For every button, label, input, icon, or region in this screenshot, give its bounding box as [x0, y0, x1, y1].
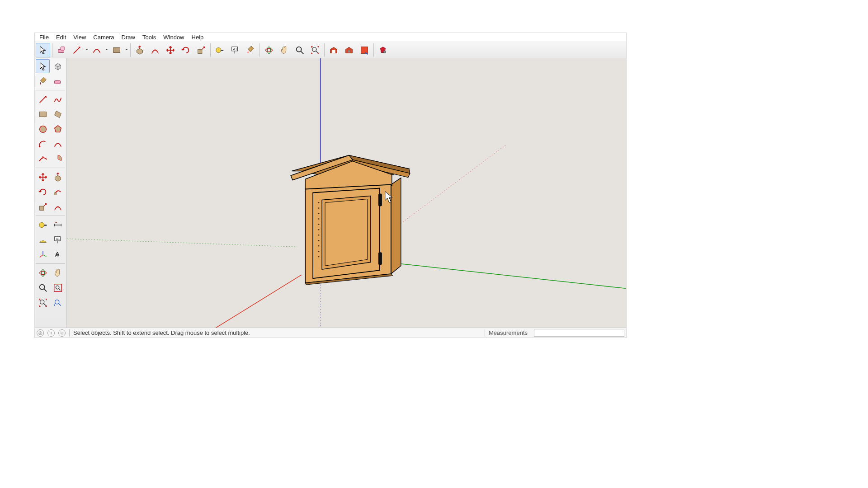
tb-scale[interactable]: [36, 200, 50, 214]
model-cabinet[interactable]: [291, 155, 410, 285]
status-info-icon[interactable]: i: [47, 329, 55, 337]
tool-layout[interactable]: [357, 43, 372, 57]
svg-text:A1: A1: [233, 47, 237, 51]
svg-rect-23: [54, 192, 56, 195]
svg-point-33: [39, 284, 44, 289]
tool-offset[interactable]: [148, 43, 162, 57]
tool-orbit[interactable]: [262, 43, 276, 57]
tb-select[interactable]: [36, 59, 50, 73]
tool-zoom-extents[interactable]: [308, 43, 322, 57]
svg-point-22: [45, 158, 47, 160]
tb-zoom[interactable]: [36, 281, 50, 295]
tb-paint[interactable]: [36, 74, 50, 88]
svg-text:A1: A1: [56, 237, 60, 241]
svg-point-45: [318, 207, 319, 208]
status-user-icon[interactable]: ☺: [58, 329, 66, 337]
status-bar: ◎ i ☺ Select objects. Shift to extend se…: [35, 328, 626, 338]
menu-window[interactable]: Window: [160, 33, 187, 41]
tb-line[interactable]: [36, 92, 50, 106]
tb-make-component[interactable]: [51, 59, 65, 73]
tool-line[interactable]: [70, 43, 84, 57]
tb-freehand[interactable]: [51, 92, 65, 106]
tb-previous[interactable]: [51, 296, 65, 310]
tb-orbit[interactable]: [36, 266, 50, 280]
svg-line-40: [399, 263, 626, 288]
tb-followme[interactable]: [51, 185, 65, 199]
tb-dimension[interactable]: [51, 218, 65, 232]
tb-rotated-rectangle[interactable]: [51, 107, 65, 121]
svg-point-51: [318, 240, 319, 241]
menu-draw[interactable]: Draw: [119, 33, 138, 41]
svg-rect-26: [43, 225, 46, 226]
tool-3d-warehouse[interactable]: [326, 43, 341, 57]
svg-point-11: [312, 47, 316, 51]
tool-select[interactable]: [36, 43, 50, 57]
tb-protractor[interactable]: [36, 233, 50, 247]
tb-move[interactable]: [36, 170, 50, 184]
svg-point-18: [39, 126, 46, 132]
tool-line-dropdown[interactable]: [85, 43, 89, 57]
tb-rectangle[interactable]: [36, 107, 50, 121]
svg-point-37: [55, 300, 59, 304]
tool-text[interactable]: A1: [228, 43, 242, 57]
tool-extension-warehouse[interactable]: [342, 43, 356, 57]
status-geo-icon[interactable]: ◎: [37, 329, 44, 337]
tb-pie[interactable]: [51, 152, 65, 166]
tb-3dtext[interactable]: AA: [51, 248, 65, 262]
tb-circle[interactable]: [36, 122, 50, 136]
tb-zoom-window[interactable]: [51, 281, 65, 295]
svg-point-49: [318, 229, 319, 230]
tb-offset[interactable]: [51, 200, 65, 214]
tb-text[interactable]: A1: [51, 233, 65, 247]
tb-pan[interactable]: [51, 266, 65, 280]
svg-rect-24: [39, 206, 43, 210]
measurements-input[interactable]: [534, 329, 624, 337]
tool-tape[interactable]: [212, 43, 227, 57]
tool-scale[interactable]: [194, 43, 208, 57]
toolbox-left: A1 AA: [35, 58, 66, 328]
tool-zoom[interactable]: [292, 43, 307, 57]
menu-help[interactable]: Help: [189, 33, 207, 41]
tb-zoom-extents[interactable]: [36, 296, 50, 310]
tool-ruby[interactable]: [376, 43, 390, 57]
tool-rect-dropdown[interactable]: [125, 43, 128, 57]
svg-point-25: [39, 222, 44, 227]
svg-rect-56: [378, 252, 382, 265]
svg-point-4: [216, 47, 221, 52]
tool-pushpull[interactable]: [132, 43, 147, 57]
status-help-text: Select objects. Shift to extend select. …: [73, 329, 250, 336]
menu-camera[interactable]: Camera: [90, 33, 117, 41]
svg-rect-55: [378, 193, 382, 206]
tool-paint[interactable]: [243, 43, 258, 57]
tb-rotate[interactable]: [36, 185, 50, 199]
svg-line-42: [178, 275, 302, 328]
tb-tape[interactable]: [36, 218, 50, 232]
tool-arc[interactable]: [90, 43, 104, 57]
menu-tools[interactable]: Tools: [140, 33, 159, 41]
tb-arc-2pt[interactable]: [51, 137, 65, 151]
svg-point-36: [40, 300, 44, 304]
toolbar-top: A1: [35, 42, 626, 58]
tool-rotate[interactable]: [179, 43, 193, 57]
menu-edit[interactable]: Edit: [53, 33, 69, 41]
tb-polygon[interactable]: [51, 122, 65, 136]
menu-view[interactable]: View: [71, 33, 89, 41]
tool-eraser[interactable]: [54, 43, 69, 57]
tool-move[interactable]: [163, 43, 178, 57]
tool-arc-dropdown[interactable]: [105, 43, 108, 57]
svg-point-48: [318, 224, 319, 225]
tb-arc-3pt[interactable]: [36, 152, 50, 166]
svg-point-32: [41, 269, 44, 276]
viewport-3d[interactable]: [66, 58, 626, 328]
scene-svg: [66, 58, 626, 328]
tool-pan[interactable]: [277, 43, 292, 57]
menu-file[interactable]: File: [37, 33, 52, 41]
tb-arc[interactable]: [36, 137, 50, 151]
tb-pushpull[interactable]: [51, 170, 65, 184]
tb-eraser[interactable]: [51, 74, 65, 88]
svg-point-50: [318, 235, 319, 235]
tb-axes[interactable]: [36, 248, 50, 262]
tool-rectangle[interactable]: [109, 43, 124, 57]
body: A1 AA: [35, 58, 626, 328]
svg-point-13: [348, 50, 350, 53]
